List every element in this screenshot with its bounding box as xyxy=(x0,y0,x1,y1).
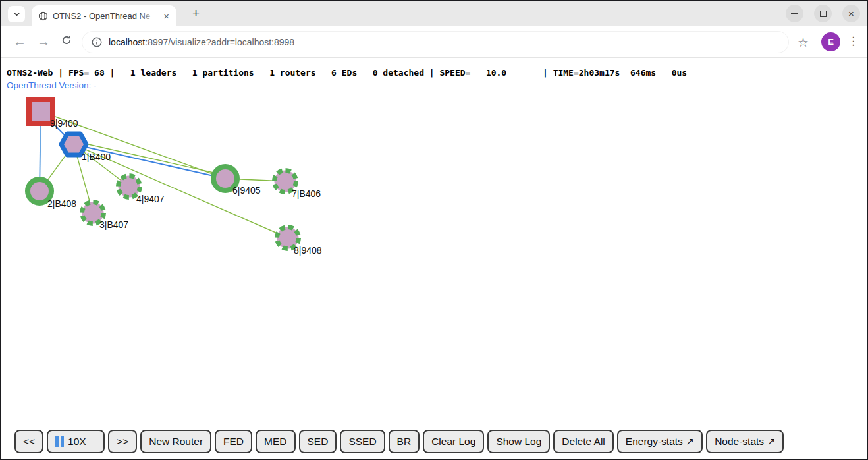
node-label: 8|9408 xyxy=(294,245,322,256)
button-label: Show Log xyxy=(496,436,541,447)
button-label: >> xyxy=(117,436,128,447)
button-label: Energy-stats ↗ xyxy=(626,436,694,447)
globe-icon xyxy=(38,11,48,21)
node-label: 4|9407 xyxy=(136,194,165,204)
new-ssed-button[interactable]: SSED xyxy=(340,430,385,453)
network-graph: 9|94001|B4002|B4083|B4074|94076|94057|B4… xyxy=(1,58,868,424)
button-label: Clear Log xyxy=(431,436,475,447)
simulator-action-bar: <<10X>>New RouterFEDMEDSEDSSEDBRClear Lo… xyxy=(14,430,784,453)
bookmark-star-icon[interactable]: ☆ xyxy=(798,35,809,50)
node-failed-square[interactable] xyxy=(29,100,53,123)
node-label: 6|9405 xyxy=(232,185,261,196)
tab-search-button[interactable] xyxy=(8,6,25,22)
tab-close-icon[interactable]: × xyxy=(161,11,171,22)
show-log-button[interactable]: Show Log xyxy=(487,430,550,453)
reload-button[interactable] xyxy=(61,34,72,49)
button-label: SSED xyxy=(348,436,376,447)
speed-up-button[interactable]: >> xyxy=(108,430,137,453)
new-med-button[interactable]: MED xyxy=(256,430,295,453)
url-bar[interactable]: localhost:8997/visualize?addr=localhost:… xyxy=(82,31,789,53)
browser-window: OTNS2 - OpenThread Ne × + × ← → localhos… xyxy=(0,0,868,460)
button-label: Node-stats ↗ xyxy=(715,436,775,447)
node-label: 2|B408 xyxy=(47,198,76,209)
button-label: FED xyxy=(223,436,244,447)
button-label: MED xyxy=(264,436,286,447)
reload-icon xyxy=(61,34,72,46)
button-label: SED xyxy=(308,436,329,447)
pause-speed-button[interactable]: 10X xyxy=(47,430,105,453)
button-label: Delete All xyxy=(562,436,605,447)
node-label: 7|B406 xyxy=(292,188,321,199)
pause-icon xyxy=(55,436,64,447)
energy-stats-button[interactable]: Energy-stats ↗ xyxy=(617,430,703,453)
button-label: 10X xyxy=(68,436,86,447)
close-window-button[interactable]: × xyxy=(842,5,860,22)
node-label: 3|B407 xyxy=(99,219,128,230)
tab-strip: OTNS2 - OpenThread Ne × + × xyxy=(1,1,867,26)
clear-log-button[interactable]: Clear Log xyxy=(423,430,484,453)
new-sed-button[interactable]: SED xyxy=(299,430,337,453)
node-label: 1|B400 xyxy=(82,152,111,162)
maximize-icon xyxy=(820,11,827,17)
tab-title: OTNS2 - OpenThread Ne xyxy=(53,11,157,21)
speed-down-button[interactable]: << xyxy=(14,430,43,453)
url-host: localhost xyxy=(109,37,145,47)
forward-button[interactable]: → xyxy=(37,34,50,49)
back-button[interactable]: ← xyxy=(13,34,26,49)
button-label: New Router xyxy=(149,436,203,447)
new-fed-button[interactable]: FED xyxy=(215,430,252,453)
tab-otns2[interactable]: OTNS2 - OpenThread Ne × xyxy=(32,5,176,26)
new-tab-button[interactable]: + xyxy=(188,5,204,22)
maximize-button[interactable] xyxy=(814,5,832,22)
chevron-down-icon xyxy=(13,10,21,18)
browser-toolbar: ← → localhost:8997/visualize?addr=localh… xyxy=(1,26,867,58)
url-path: :8997/visualize?addr=localhost:8998 xyxy=(145,37,294,47)
window-controls: × xyxy=(786,5,860,22)
info-icon[interactable] xyxy=(92,37,102,47)
new-router-button[interactable]: New Router xyxy=(140,430,211,453)
node-label: 9|9400 xyxy=(50,118,78,129)
minimize-icon xyxy=(791,13,798,14)
profile-avatar[interactable]: E xyxy=(821,32,840,51)
url-text: localhost:8997/visualize?addr=localhost:… xyxy=(109,37,294,47)
button-label: BR xyxy=(397,436,412,447)
button-label: << xyxy=(23,436,35,447)
browser-menu-icon[interactable]: ⋮ xyxy=(848,34,859,48)
delete-all-button[interactable]: Delete All xyxy=(553,430,613,453)
minimize-button[interactable] xyxy=(786,5,803,22)
new-br-button[interactable]: BR xyxy=(389,430,420,453)
node-stats-button[interactable]: Node-stats ↗ xyxy=(706,430,784,453)
